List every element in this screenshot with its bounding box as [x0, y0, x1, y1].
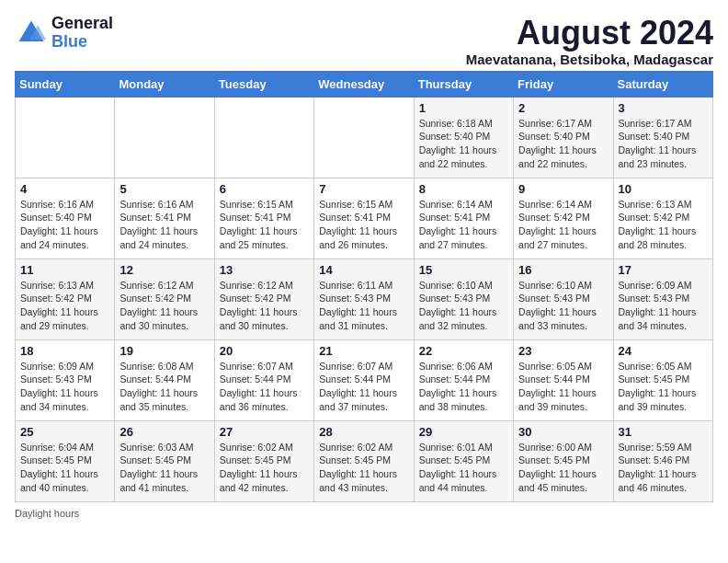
calendar-cell: 17Sunrise: 6:09 AM Sunset: 5:43 PM Dayli…	[613, 259, 712, 339]
col-friday: Friday	[514, 71, 613, 97]
calendar-cell	[314, 97, 414, 178]
calendar-cell: 29Sunrise: 6:01 AM Sunset: 5:45 PM Dayli…	[414, 420, 513, 501]
logo-text: General Blue	[51, 15, 113, 52]
calendar-cell: 24Sunrise: 6:05 AM Sunset: 5:45 PM Dayli…	[613, 339, 712, 420]
calendar-week-row: 25Sunrise: 6:04 AM Sunset: 5:45 PM Dayli…	[16, 420, 713, 501]
day-info: Sunrise: 6:06 AM Sunset: 5:44 PM Dayligh…	[419, 360, 508, 414]
calendar-cell: 6Sunrise: 6:15 AM Sunset: 5:41 PM Daylig…	[214, 178, 313, 259]
calendar-cell: 2Sunrise: 6:17 AM Sunset: 5:40 PM Daylig…	[514, 97, 613, 178]
day-info: Sunrise: 6:02 AM Sunset: 5:45 PM Dayligh…	[319, 441, 408, 495]
day-info: Sunrise: 6:03 AM Sunset: 5:45 PM Dayligh…	[119, 441, 209, 495]
calendar-body: 1Sunrise: 6:18 AM Sunset: 5:40 PM Daylig…	[16, 97, 713, 501]
day-number: 19	[119, 344, 209, 358]
day-info: Sunrise: 6:08 AM Sunset: 5:44 PM Dayligh…	[119, 360, 209, 414]
day-info: Sunrise: 6:05 AM Sunset: 5:44 PM Dayligh…	[518, 360, 608, 414]
day-info: Sunrise: 6:04 AM Sunset: 5:45 PM Dayligh…	[20, 441, 109, 495]
calendar-cell	[214, 97, 313, 178]
calendar-title: August 2024	[466, 15, 713, 52]
calendar-cell: 30Sunrise: 6:00 AM Sunset: 5:45 PM Dayli…	[514, 420, 613, 501]
day-number: 24	[619, 344, 708, 358]
day-info: Sunrise: 6:18 AM Sunset: 5:40 PM Dayligh…	[419, 117, 508, 171]
day-info: Sunrise: 6:13 AM Sunset: 5:42 PM Dayligh…	[619, 198, 708, 252]
calendar-cell: 22Sunrise: 6:06 AM Sunset: 5:44 PM Dayli…	[414, 339, 513, 420]
day-number: 13	[220, 263, 309, 277]
calendar-subtitle: Maevatanana, Betsiboka, Madagascar	[466, 52, 713, 67]
logo: General Blue	[15, 15, 113, 52]
day-number: 31	[619, 425, 708, 439]
logo-blue: Blue	[51, 32, 87, 51]
day-number: 27	[220, 425, 309, 439]
day-number: 30	[518, 425, 608, 439]
day-info: Sunrise: 6:11 AM Sunset: 5:43 PM Dayligh…	[319, 279, 408, 333]
calendar-cell: 25Sunrise: 6:04 AM Sunset: 5:45 PM Dayli…	[16, 420, 115, 501]
day-number: 15	[419, 263, 508, 277]
calendar-cell: 9Sunrise: 6:14 AM Sunset: 5:42 PM Daylig…	[514, 178, 613, 259]
calendar-cell: 23Sunrise: 6:05 AM Sunset: 5:44 PM Dayli…	[514, 339, 613, 420]
day-info: Sunrise: 6:15 AM Sunset: 5:41 PM Dayligh…	[220, 198, 309, 252]
calendar-cell: 28Sunrise: 6:02 AM Sunset: 5:45 PM Dayli…	[314, 420, 414, 501]
day-number: 18	[20, 344, 109, 358]
day-info: Sunrise: 6:09 AM Sunset: 5:43 PM Dayligh…	[20, 360, 109, 414]
day-info: Sunrise: 6:10 AM Sunset: 5:43 PM Dayligh…	[419, 279, 508, 333]
calendar-cell: 18Sunrise: 6:09 AM Sunset: 5:43 PM Dayli…	[16, 339, 115, 420]
calendar-cell: 14Sunrise: 6:11 AM Sunset: 5:43 PM Dayli…	[314, 259, 414, 339]
calendar-cell: 16Sunrise: 6:10 AM Sunset: 5:43 PM Dayli…	[514, 259, 613, 339]
day-number: 9	[518, 182, 608, 196]
day-number: 6	[220, 182, 309, 196]
day-info: Sunrise: 6:14 AM Sunset: 5:42 PM Dayligh…	[518, 198, 608, 252]
day-info: Sunrise: 6:07 AM Sunset: 5:44 PM Dayligh…	[220, 360, 309, 414]
day-number: 21	[319, 344, 408, 358]
calendar-cell: 13Sunrise: 6:12 AM Sunset: 5:42 PM Dayli…	[214, 259, 313, 339]
day-number: 10	[619, 182, 708, 196]
day-number: 2	[518, 101, 608, 115]
col-wednesday: Wednesday	[314, 71, 414, 97]
day-number: 11	[20, 263, 109, 277]
day-number: 25	[20, 425, 109, 439]
day-number: 20	[220, 344, 309, 358]
day-info: Sunrise: 6:01 AM Sunset: 5:45 PM Dayligh…	[419, 441, 508, 495]
calendar-cell: 20Sunrise: 6:07 AM Sunset: 5:44 PM Dayli…	[214, 339, 313, 420]
day-number: 16	[518, 263, 608, 277]
calendar-cell: 21Sunrise: 6:07 AM Sunset: 5:44 PM Dayli…	[314, 339, 414, 420]
calendar-cell: 11Sunrise: 6:13 AM Sunset: 5:42 PM Dayli…	[16, 259, 115, 339]
day-info: Sunrise: 6:12 AM Sunset: 5:42 PM Dayligh…	[220, 279, 309, 333]
day-info: Sunrise: 6:09 AM Sunset: 5:43 PM Dayligh…	[619, 279, 708, 333]
day-number: 1	[419, 101, 508, 115]
day-info: Sunrise: 6:17 AM Sunset: 5:40 PM Dayligh…	[619, 117, 708, 171]
col-tuesday: Tuesday	[214, 71, 313, 97]
header-row: Sunday Monday Tuesday Wednesday Thursday…	[16, 71, 713, 97]
col-monday: Monday	[115, 71, 214, 97]
calendar-week-row: 4Sunrise: 6:16 AM Sunset: 5:40 PM Daylig…	[16, 178, 713, 259]
day-info: Sunrise: 6:10 AM Sunset: 5:43 PM Dayligh…	[518, 279, 608, 333]
day-number: 23	[518, 344, 608, 358]
day-number: 26	[119, 425, 209, 439]
day-info: Sunrise: 6:05 AM Sunset: 5:45 PM Dayligh…	[619, 360, 708, 414]
calendar-cell	[115, 97, 214, 178]
calendar-cell: 10Sunrise: 6:13 AM Sunset: 5:42 PM Dayli…	[613, 178, 712, 259]
day-info: Sunrise: 6:07 AM Sunset: 5:44 PM Dayligh…	[319, 360, 408, 414]
day-info: Sunrise: 6:13 AM Sunset: 5:42 PM Dayligh…	[20, 279, 109, 333]
day-number: 12	[119, 263, 209, 277]
calendar-cell: 12Sunrise: 6:12 AM Sunset: 5:42 PM Dayli…	[115, 259, 214, 339]
day-number: 8	[419, 182, 508, 196]
day-number: 22	[419, 344, 508, 358]
day-info: Sunrise: 6:16 AM Sunset: 5:41 PM Dayligh…	[119, 198, 209, 252]
calendar-cell: 8Sunrise: 6:14 AM Sunset: 5:41 PM Daylig…	[414, 178, 513, 259]
calendar-cell: 7Sunrise: 6:15 AM Sunset: 5:41 PM Daylig…	[314, 178, 414, 259]
calendar-cell: 3Sunrise: 6:17 AM Sunset: 5:40 PM Daylig…	[613, 97, 712, 178]
calendar-header: Sunday Monday Tuesday Wednesday Thursday…	[16, 71, 713, 97]
calendar-table: Sunday Monday Tuesday Wednesday Thursday…	[15, 71, 713, 502]
day-number: 4	[20, 182, 109, 196]
col-sunday: Sunday	[16, 71, 115, 97]
calendar-week-row: 11Sunrise: 6:13 AM Sunset: 5:42 PM Dayli…	[16, 259, 713, 339]
day-number: 17	[619, 263, 708, 277]
calendar-cell: 27Sunrise: 6:02 AM Sunset: 5:45 PM Dayli…	[214, 420, 313, 501]
calendar-cell: 1Sunrise: 6:18 AM Sunset: 5:40 PM Daylig…	[414, 97, 513, 178]
calendar-week-row: 1Sunrise: 6:18 AM Sunset: 5:40 PM Daylig…	[16, 97, 713, 178]
calendar-cell: 19Sunrise: 6:08 AM Sunset: 5:44 PM Dayli…	[115, 339, 214, 420]
day-info: Sunrise: 5:59 AM Sunset: 5:46 PM Dayligh…	[619, 441, 708, 495]
day-info: Sunrise: 6:15 AM Sunset: 5:41 PM Dayligh…	[319, 198, 408, 252]
calendar-cell: 31Sunrise: 5:59 AM Sunset: 5:46 PM Dayli…	[613, 420, 712, 501]
calendar-week-row: 18Sunrise: 6:09 AM Sunset: 5:43 PM Dayli…	[16, 339, 713, 420]
day-info: Sunrise: 6:12 AM Sunset: 5:42 PM Dayligh…	[119, 279, 209, 333]
